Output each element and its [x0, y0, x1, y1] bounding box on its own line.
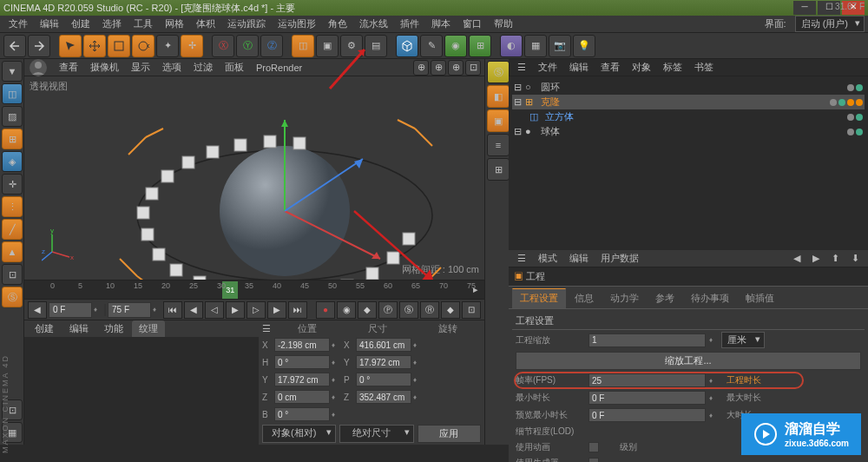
tab-edit[interactable]: 编辑	[62, 320, 95, 337]
z-axis-toggle[interactable]: Ⓩ	[260, 35, 283, 57]
end-frame-field[interactable]	[108, 302, 151, 318]
vp-nav-4[interactable]: ⊡	[465, 60, 481, 76]
range-slider[interactable]	[104, 304, 106, 316]
key-sel[interactable]: ◆	[358, 301, 377, 319]
vp-menu-filter[interactable]: 过滤	[188, 59, 218, 76]
camera-object[interactable]: 📷	[549, 35, 571, 57]
undo-button[interactable]	[3, 35, 26, 57]
menu-volume[interactable]: 体积	[191, 16, 220, 32]
min-time-field[interactable]	[589, 391, 706, 405]
minimize-button[interactable]: ─	[793, 1, 816, 15]
play-button[interactable]: ▶	[226, 301, 245, 319]
am-nav-up[interactable]: ⬆	[826, 251, 845, 266]
crosshair-tool[interactable]: ✢	[181, 35, 203, 57]
texture-mode[interactable]: ▨	[2, 106, 23, 127]
scale-tool[interactable]	[108, 35, 130, 57]
y-axis-toggle[interactable]: Ⓨ	[236, 35, 259, 57]
workplane-mode[interactable]: ⊞	[2, 129, 23, 149]
tree-item-cloner[interactable]: ⊟⊞ 克隆	[512, 95, 865, 109]
timeline-ruler-row[interactable]: 31 051015202530354045505560657075 31.67 …	[24, 280, 484, 299]
recent-tool[interactable]: ✦	[156, 35, 179, 57]
render-queue[interactable]: ▤	[365, 35, 387, 57]
om-tags[interactable]: 标签	[658, 59, 687, 76]
pos-x[interactable]	[274, 338, 330, 352]
rot-b[interactable]	[274, 407, 330, 421]
model-mode[interactable]: ◫	[2, 83, 23, 104]
x-axis-toggle[interactable]: Ⓧ	[212, 35, 234, 57]
bend-deformer[interactable]: ◐	[500, 35, 523, 57]
pos-z[interactable]	[274, 390, 330, 404]
key-pla[interactable]: ⊡	[462, 301, 481, 319]
size-x[interactable]	[356, 338, 411, 352]
make-editable[interactable]: ▼	[2, 61, 23, 82]
tree-item-sphere[interactable]: ⊟● 球体	[512, 124, 865, 139]
preview-min-field[interactable]	[589, 408, 706, 422]
object-mode[interactable]: ◈	[2, 151, 23, 172]
rt-struct-icon[interactable]: ⊞	[487, 158, 510, 181]
tab-todo[interactable]: 待办事项	[683, 288, 737, 308]
array-button[interactable]: ⊞	[469, 35, 491, 57]
material-manager[interactable]	[24, 337, 259, 398]
polygon-mode[interactable]: ▲	[2, 241, 23, 262]
goto-start[interactable]: ⏮	[163, 301, 182, 319]
next-frame[interactable]: ▷	[247, 301, 266, 319]
rot-h[interactable]	[274, 355, 330, 369]
key-scale[interactable]: Ⓢ	[399, 301, 418, 319]
vp-menu-panel[interactable]: 面板	[220, 59, 249, 76]
am-nav-back[interactable]: ◀	[788, 251, 806, 266]
light-object[interactable]: 💡	[573, 35, 595, 57]
rt-folder-icon[interactable]: ▣	[487, 109, 510, 132]
viewport-3d[interactable]: 透视视图 网格间距 : 100 cm	[24, 76, 484, 280]
size-y[interactable]	[274, 373, 330, 386]
timeline-ruler[interactable]: 31 051015202530354045505560657075	[50, 281, 467, 299]
vp-menu-prorender[interactable]: ProRender	[251, 61, 307, 75]
tab-dynamics[interactable]: 动力学	[602, 288, 647, 308]
start-frame-field[interactable]	[49, 302, 92, 318]
pen-tool[interactable]: ✎	[420, 35, 443, 57]
vp-nav-1[interactable]: ⊕	[413, 60, 429, 76]
use-anim-checkbox[interactable]	[589, 442, 599, 452]
goto-end[interactable]: ⏭	[288, 301, 307, 319]
soft-select[interactable]: Ⓢ	[2, 287, 23, 307]
coord-system[interactable]: ◫	[292, 35, 314, 57]
layout-dropdown[interactable]: 启动 (用户)	[795, 16, 865, 32]
subdiv-surface[interactable]: ◉	[444, 35, 467, 57]
menu-help[interactable]: 帮助	[489, 16, 518, 32]
tree-item-torus[interactable]: ⊟○ 圆环	[512, 80, 865, 95]
edge-mode[interactable]: ╱	[2, 219, 23, 240]
tab-create[interactable]: 创建	[28, 320, 61, 337]
coord-mode2[interactable]: 绝对尺寸	[339, 425, 413, 443]
menu-create[interactable]: 创建	[66, 16, 95, 32]
point-mode[interactable]: ⋮	[2, 196, 23, 217]
axis-mode[interactable]: ✛	[2, 174, 23, 195]
om-view[interactable]: 查看	[595, 59, 625, 76]
rec-key[interactable]: ●	[316, 301, 335, 319]
menu-motiontrack[interactable]: 运动跟踪	[222, 16, 271, 32]
menu-window[interactable]: 窗口	[457, 16, 487, 32]
use-gen-checkbox[interactable]	[589, 458, 599, 462]
scale-project-btn[interactable]: 缩放工程...	[516, 352, 861, 370]
menu-file[interactable]: 文件	[3, 16, 33, 32]
fps-field[interactable]	[589, 373, 706, 387]
rt-s-icon[interactable]: Ⓢ	[487, 61, 510, 83]
pos-y[interactable]	[356, 355, 411, 369]
render-settings[interactable]: ⚙	[340, 35, 363, 57]
vp-menu-display[interactable]: 显示	[126, 59, 155, 76]
om-object[interactable]: 对象	[627, 59, 656, 76]
key-pos[interactable]: Ⓟ	[378, 301, 398, 319]
object-tree[interactable]: ⊟○ 圆环 ⊟⊞ 克隆 ◫ 立方体 ⊟● 球体	[509, 76, 868, 250]
scale-unit[interactable]: 厘米	[721, 332, 765, 348]
menu-select[interactable]: 选择	[97, 16, 127, 32]
redo-button[interactable]	[28, 35, 50, 57]
am-nav-fwd[interactable]: ▶	[807, 251, 825, 266]
am-mode[interactable]: 模式	[533, 250, 562, 267]
autokey[interactable]: ◉	[337, 301, 356, 319]
menu-mograph[interactable]: 运动图形	[273, 16, 321, 32]
tab-info[interactable]: 信息	[567, 288, 602, 308]
tree-item-cube[interactable]: ◫ 立方体	[512, 109, 865, 124]
am-userdata[interactable]: 用户数据	[595, 250, 644, 267]
am-lock[interactable]: ⬇	[846, 251, 865, 266]
menu-edit[interactable]: 编辑	[35, 16, 64, 32]
size-z[interactable]	[356, 390, 411, 404]
coord-mode1[interactable]: 对象(相对)	[262, 425, 336, 443]
